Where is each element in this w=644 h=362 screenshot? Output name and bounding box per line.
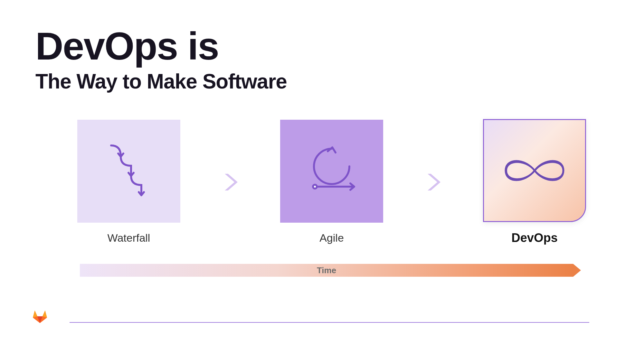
- slide: DevOps is The Way to Make Software: [0, 0, 644, 362]
- agile-label: Agile: [319, 232, 344, 244]
- agile-icon: [299, 139, 364, 203]
- devops-label: DevOps: [511, 231, 558, 245]
- waterfall-icon: [101, 141, 156, 202]
- stage-agile: Agile: [280, 120, 383, 244]
- page-subtitle: The Way to Make Software: [35, 70, 609, 93]
- stage-waterfall: Waterfall: [77, 120, 180, 244]
- chevron-right-icon: [222, 172, 238, 192]
- stages-row: Waterfall: [77, 119, 586, 245]
- agile-box: [280, 120, 383, 223]
- stage-devops: DevOps: [483, 119, 586, 245]
- devops-box: [483, 119, 586, 222]
- page-title: DevOps is: [35, 26, 609, 66]
- footer: [32, 309, 589, 323]
- chevron-right-icon: [425, 172, 441, 192]
- timeline-bar: Time: [80, 264, 573, 277]
- timeline: Time: [80, 264, 573, 277]
- waterfall-box: [77, 120, 180, 223]
- waterfall-label: Waterfall: [108, 232, 150, 244]
- infinity-icon: [493, 148, 576, 193]
- footer-divider: [70, 322, 589, 323]
- timeline-label: Time: [317, 265, 336, 275]
- gitlab-logo-icon: [32, 309, 48, 323]
